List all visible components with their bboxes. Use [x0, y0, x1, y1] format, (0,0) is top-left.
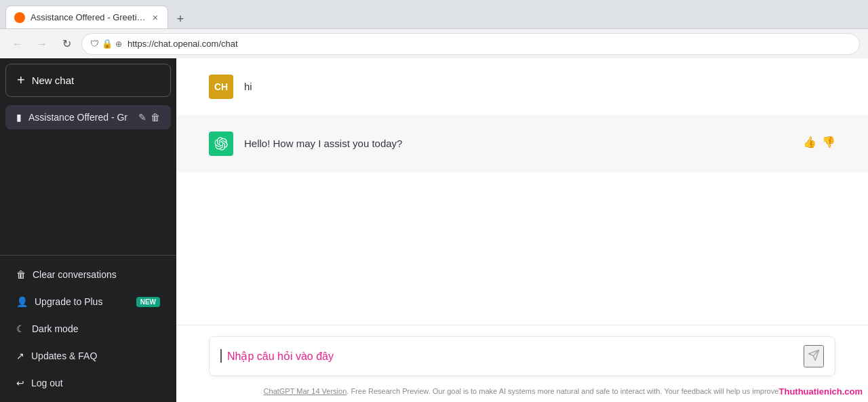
clear-conversations-button[interactable]: 🗑 Clear conversations — [5, 261, 171, 288]
assistant-message: Hello! How may I assist you today? 👍 👎 — [176, 115, 868, 172]
external-link-icon: ↗ — [16, 350, 24, 361]
user-icon: 👤 — [16, 296, 28, 307]
chat-icon: ▮ — [16, 112, 22, 123]
logout-button[interactable]: ↩ Log out — [5, 369, 171, 397]
thumbs-up-icon[interactable]: 👍 — [803, 136, 816, 148]
input-box: Nhập câu hỏi vào đây — [209, 336, 835, 376]
address-bar: ← → ↻ 🛡 🔒 ⊕ https://chat.openai.com/chat — [0, 28, 868, 58]
watermark: Thuthuatienich.com — [779, 386, 863, 397]
message-actions: 👍 👎 — [803, 132, 835, 148]
thumbs-down-icon[interactable]: 👎 — [822, 136, 835, 148]
trash-icon: 🗑 — [16, 269, 26, 280]
url-domain: openai.com — [173, 39, 218, 49]
moon-icon: ☾ — [16, 323, 25, 334]
lock-icon: 🔒 — [102, 39, 113, 49]
faq-button[interactable]: ↗ Updates & FAQ — [5, 342, 171, 369]
new-chat-button[interactable]: + New chat — [5, 64, 171, 97]
new-tab-button[interactable]: + — [171, 9, 190, 28]
url-bar[interactable]: 🛡 🔒 ⊕ https://chat.openai.com/chat — [81, 33, 860, 55]
user-message-content: hi — [244, 75, 835, 95]
edit-icon[interactable]: ✎ — [138, 112, 146, 123]
dark-mode-label: Dark mode — [32, 323, 78, 334]
new-chat-label: New chat — [32, 75, 75, 86]
send-icon — [808, 349, 820, 361]
delete-icon[interactable]: 🗑 — [151, 112, 160, 123]
upgrade-button[interactable]: 👤 Upgrade to Plus NEW — [5, 288, 171, 315]
conversation-actions: ✎ 🗑 — [138, 112, 160, 123]
sidebar: + New chat ▮ Assistance Offered - Gr ✎ 🗑… — [0, 58, 176, 402]
conversation-title: Assistance Offered - Gr — [28, 112, 127, 123]
shield-icon: 🛡 — [90, 39, 99, 49]
browser-chrome: Assistance Offered - Greeting. × + ← → ↻… — [0, 0, 868, 58]
app: + New chat ▮ Assistance Offered - Gr ✎ 🗑… — [0, 58, 868, 402]
tab-title: Assistance Offered - Greeting. — [31, 12, 146, 22]
sidebar-bottom: 🗑 Clear conversations 👤 Upgrade to Plus … — [0, 255, 176, 402]
logout-icon: ↩ — [16, 378, 24, 388]
new-badge: NEW — [136, 297, 160, 307]
plus-icon: + — [17, 73, 25, 88]
tab-bar: Assistance Offered - Greeting. × + — [0, 0, 868, 28]
footer-description: . Free Research Preview. Our goal is to … — [347, 387, 781, 395]
conversation-item[interactable]: ▮ Assistance Offered - Gr ✎ 🗑 — [5, 105, 171, 129]
conversation-list: ▮ Assistance Offered - Gr ✎ 🗑 — [0, 102, 176, 255]
url-text: https://chat.openai.com/chat — [127, 39, 851, 49]
upgrade-label: Upgrade to Plus — [35, 296, 102, 307]
tab-favicon — [14, 12, 25, 23]
user-message: CH hi — [176, 58, 868, 115]
text-cursor — [220, 349, 222, 363]
logout-label: Log out — [31, 378, 63, 388]
svg-point-0 — [16, 14, 23, 21]
clear-conversations-label: Clear conversations — [33, 269, 117, 280]
footer-text: ChatGPT Mar 14 Version. Free Research Pr… — [176, 382, 868, 403]
send-button[interactable] — [804, 345, 824, 367]
input-area: Nhập câu hỏi vào đây — [176, 325, 868, 382]
bot-avatar — [209, 132, 233, 156]
url-security-icons: 🛡 🔒 ⊕ — [90, 39, 122, 49]
input-placeholder[interactable]: Nhập câu hỏi vào đây — [227, 350, 798, 363]
assistant-message-content: Hello! How may I assist you today? — [244, 132, 792, 152]
active-tab[interactable]: Assistance Offered - Greeting. × — [5, 5, 168, 28]
tracking-icon: ⊕ — [115, 39, 122, 49]
faq-label: Updates & FAQ — [31, 350, 97, 361]
user-avatar: CH — [209, 75, 233, 99]
forward-button[interactable]: → — [33, 35, 52, 54]
version-link[interactable]: ChatGPT Mar 14 Version — [264, 387, 347, 395]
back-button[interactable]: ← — [8, 35, 27, 54]
reload-button[interactable]: ↻ — [57, 35, 76, 54]
chat-area: CH hi Hello! How may I assist you today?… — [176, 58, 868, 402]
sidebar-top: + New chat — [0, 58, 176, 102]
tab-close-button[interactable]: × — [151, 11, 159, 24]
dark-mode-button[interactable]: ☾ Dark mode — [5, 315, 171, 342]
message-list: CH hi Hello! How may I assist you today?… — [176, 58, 868, 325]
